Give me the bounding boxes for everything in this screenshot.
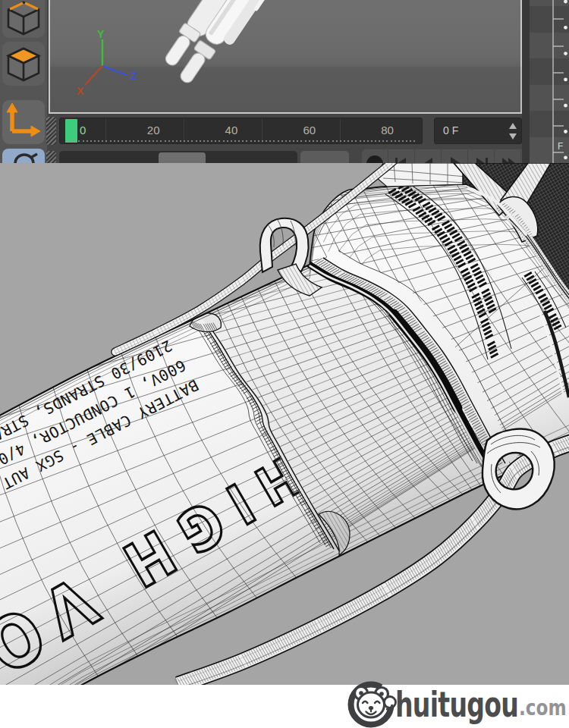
ruler-frame-dot xyxy=(121,140,123,142)
enable-axis-button[interactable] xyxy=(2,100,45,144)
dog-logo-icon xyxy=(346,679,398,728)
edge-mode-button[interactable] xyxy=(2,0,45,38)
ruler-frame-dot xyxy=(227,140,228,142)
ruler-frame-dot xyxy=(340,140,341,142)
left-toolbar xyxy=(0,0,49,163)
app: Y Z X 020406080 0 F xyxy=(0,0,569,728)
ruler-frame-dot xyxy=(395,140,396,142)
ruler-frame-dot xyxy=(196,140,197,142)
playhead[interactable] xyxy=(65,119,77,143)
timeline-strip: 020406080 0 F xyxy=(49,114,522,147)
ruler-frame-dot xyxy=(168,140,170,142)
viewport-3d[interactable]: Y Z X xyxy=(49,0,522,114)
ruler-frame-dot xyxy=(203,140,205,142)
ruler-frame-dot xyxy=(110,140,112,142)
stepper-down-icon xyxy=(509,133,517,140)
ruler-tick-label: 40 xyxy=(225,124,238,136)
ruler-frame-dot xyxy=(180,140,181,142)
frame-counter[interactable]: 0 F xyxy=(434,118,522,144)
timeline-grip[interactable] xyxy=(46,117,56,145)
object-name-partial: F xyxy=(558,141,563,152)
ruler-frame-dot xyxy=(191,140,193,142)
ruler-frame-dot xyxy=(278,140,279,142)
ruler-frame-dot xyxy=(347,140,349,142)
ruler-frame-dot xyxy=(98,140,99,142)
ruler-frame-dot xyxy=(379,140,380,142)
ruler-frame-dot xyxy=(363,140,365,142)
frame-value: 0 F xyxy=(443,124,458,136)
axis-arrows-icon xyxy=(2,100,45,144)
ruler-frame-dot xyxy=(344,140,345,142)
ruler-frame-dot xyxy=(165,140,166,142)
cube-face-icon xyxy=(2,42,45,86)
ruler-frame-dot xyxy=(86,140,88,142)
ruler-tick-label: 20 xyxy=(147,124,160,136)
ruler-tick-label: 0 xyxy=(80,124,86,136)
ruler-frame-dot xyxy=(152,140,154,142)
ruler-frame-dot xyxy=(156,140,158,142)
polygon-mode-button[interactable] xyxy=(2,42,45,86)
ruler-frame-dot xyxy=(269,140,271,142)
ruler-frame-dot xyxy=(360,140,361,142)
ruler-frame-dot xyxy=(187,140,189,142)
ruler-frame-dot xyxy=(375,140,376,142)
ruler-frame-dot xyxy=(320,140,322,142)
ruler-frame-dot xyxy=(242,140,244,142)
frame-stepper[interactable] xyxy=(508,123,517,140)
ruler-frame-dot xyxy=(218,140,220,142)
ruler-frame-dot xyxy=(83,140,84,142)
ruler-frame-dot xyxy=(386,140,388,142)
ruler-frame-dot xyxy=(297,140,298,142)
watermark-tld: .com xyxy=(519,695,567,720)
timeline-ruler[interactable]: 020406080 xyxy=(59,118,423,144)
ruler-frame-dot xyxy=(324,140,325,142)
ruler-frame-dot xyxy=(176,140,178,142)
rotate-icon xyxy=(2,149,45,164)
ruler-frame-dot xyxy=(371,140,373,142)
ruler-frame-dot xyxy=(293,140,294,142)
ruler-frame-dot xyxy=(149,140,150,142)
viewport-content: Y Z X xyxy=(50,0,522,112)
ruler-frame-dot xyxy=(215,140,216,142)
ruler-frame-dot xyxy=(313,140,314,142)
transport-grip[interactable] xyxy=(46,151,56,163)
ruler-frame-dot xyxy=(273,140,275,142)
ruler-frame-dot xyxy=(328,140,329,142)
ruler-frame-dot xyxy=(332,140,334,142)
ruler-frame-dot xyxy=(285,140,287,142)
object-tree[interactable] xyxy=(530,0,569,163)
axis-label-x: X xyxy=(77,85,84,97)
ruler-frame-dot xyxy=(351,140,353,142)
ruler-frame-dot xyxy=(67,140,68,142)
ruler-frame-dot xyxy=(207,140,209,142)
ruler-frame-dot xyxy=(238,140,240,142)
watermark-brand: huitugou xyxy=(395,684,518,725)
ruler-frame-dot xyxy=(145,140,146,142)
ruler-frame-dot xyxy=(413,140,415,142)
render-image: 2109/30 STRANDS, STRA600V, 1 CONDUCTOR, … xyxy=(0,163,569,685)
ruler-frame-dot xyxy=(398,140,400,142)
axis-label-z: Z xyxy=(130,70,137,82)
ruler-frame-dot xyxy=(309,140,310,142)
cube-edges-icon xyxy=(2,0,45,38)
ruler-frame-dot xyxy=(410,140,411,142)
ruler-frame-dot xyxy=(141,140,143,142)
ruler-frame-dot xyxy=(289,140,291,142)
active-tool-button[interactable] xyxy=(2,149,45,164)
ruler-frame-dot xyxy=(254,140,256,142)
ruler-frame-dot xyxy=(114,140,115,142)
ruler-frame-dot xyxy=(250,140,252,142)
ruler-frame-dot xyxy=(266,140,267,142)
ruler-frame-dot xyxy=(102,140,103,142)
ruler-frame-dot xyxy=(402,140,404,142)
object-manager-panel: F xyxy=(522,0,569,163)
ruler-frame-dot xyxy=(223,140,225,142)
ruler-frame-dot xyxy=(160,140,162,142)
c4d-ui-bar: Y Z X 020406080 0 F xyxy=(0,0,569,163)
ruler-frame-dot xyxy=(258,140,259,142)
ruler-frame-dot xyxy=(406,140,407,142)
ruler-frame-dot xyxy=(200,140,201,142)
ruler-frame-dot xyxy=(300,140,302,142)
ruler-frame-dot xyxy=(367,140,369,142)
ruler-frame-dot xyxy=(281,140,283,142)
